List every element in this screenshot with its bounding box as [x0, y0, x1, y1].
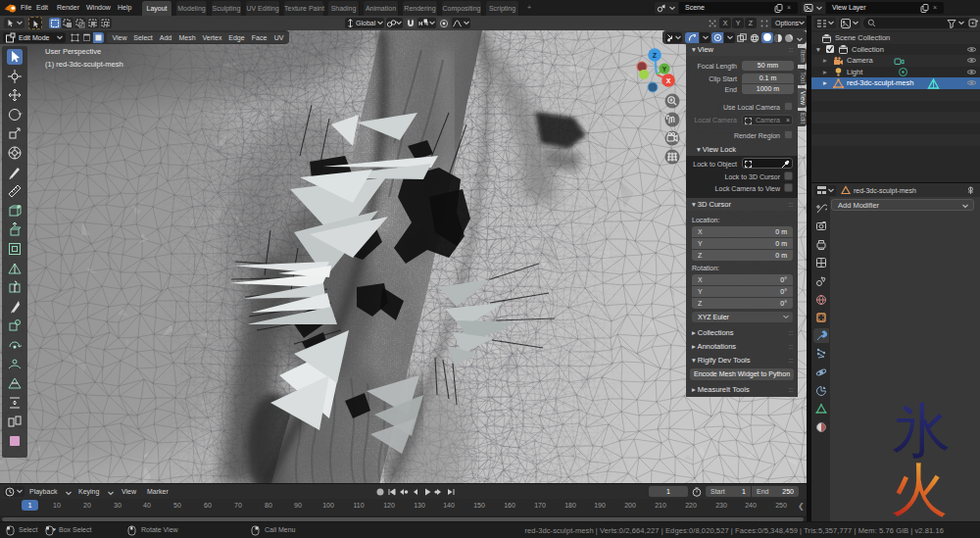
svg-text:Z: Z: [653, 52, 658, 59]
svg-text:Y: Y: [662, 66, 667, 73]
svg-text:氷: 氷: [892, 400, 951, 464]
svg-text:X: X: [666, 77, 671, 84]
svg-text:火: 火: [891, 458, 948, 521]
